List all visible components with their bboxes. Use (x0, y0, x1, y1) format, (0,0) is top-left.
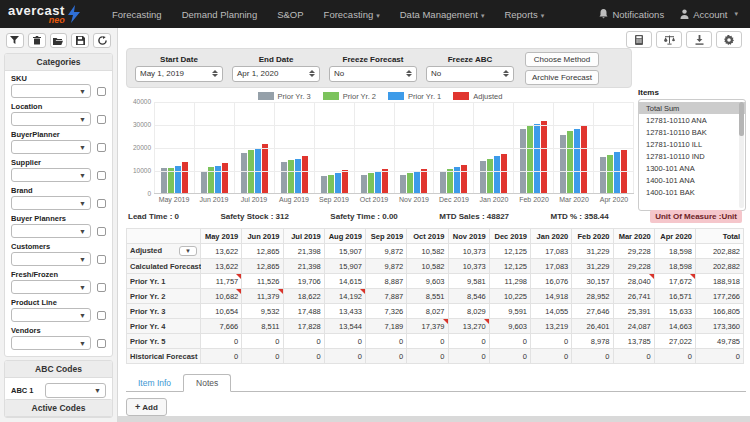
row-dropdown-button[interactable]: ▼ (179, 246, 197, 256)
open-button[interactable] (50, 33, 68, 48)
account-menu[interactable]: Account ▾ (680, 9, 738, 20)
cell[interactable]: 166,805 (696, 304, 744, 319)
cell[interactable]: 8,511 (242, 319, 283, 334)
cell[interactable]: 13,785 (613, 334, 654, 349)
cell[interactable]: 29,228 (613, 244, 654, 259)
cell[interactable]: 18,598 (654, 259, 695, 274)
product-line-checkbox[interactable] (97, 311, 106, 320)
nav-item-data-management[interactable]: Data Management▾ (400, 9, 485, 20)
cell[interactable]: 16,076 (531, 274, 572, 289)
cell[interactable]: 0 (242, 349, 283, 364)
cell[interactable]: 14,918 (531, 289, 572, 304)
cell[interactable]: 0 (489, 334, 530, 349)
cell[interactable]: 28,952 (572, 289, 613, 304)
notifications-button[interactable]: Notifications (599, 9, 664, 20)
cell[interactable]: 17,379 (407, 319, 448, 334)
buyer-planners-select[interactable]: ▼ (11, 224, 91, 238)
cell[interactable]: 0 (407, 334, 448, 349)
vendors-checkbox[interactable] (97, 339, 106, 348)
cell[interactable]: 19,706 (283, 274, 324, 289)
cell[interactable]: 30,157 (572, 274, 613, 289)
supplier-select[interactable]: ▼ (11, 168, 91, 182)
cell[interactable]: 8,546 (448, 289, 489, 304)
cell[interactable]: 24,087 (613, 319, 654, 334)
tab-notes[interactable]: Notes (183, 374, 231, 392)
cell[interactable]: 0 (531, 349, 572, 364)
item-row-1300-101-ana[interactable]: 1300-101 ANA (639, 162, 745, 174)
fresh-frozen-checkbox[interactable] (97, 283, 106, 292)
nav-item-s-op[interactable]: S&OP (277, 9, 303, 20)
cell[interactable]: 13,622 (201, 259, 242, 274)
cell[interactable]: 9,603 (489, 319, 530, 334)
cell[interactable]: 15,907 (324, 244, 365, 259)
choose-method-button[interactable]: Choose Method (525, 52, 599, 67)
cell[interactable]: 8,027 (407, 304, 448, 319)
cell[interactable]: 7,189 (366, 319, 407, 334)
cell[interactable]: 7,326 (366, 304, 407, 319)
freeze-forecast-select[interactable]: No (329, 66, 417, 82)
start-date-select[interactable]: May 1, 2019 (135, 66, 223, 82)
cell[interactable]: 0 (448, 349, 489, 364)
cell[interactable]: 11,379 (242, 289, 283, 304)
cell[interactable]: 0 (201, 349, 242, 364)
cell[interactable]: 17,083 (531, 244, 572, 259)
item-row-12781-10110-ill[interactable]: 12781-10110 ILL (639, 138, 745, 150)
item-row-12781-10110-ind[interactable]: 12781-10110 IND (639, 150, 745, 162)
cell[interactable]: 14,663 (654, 319, 695, 334)
cell[interactable]: 14,055 (531, 304, 572, 319)
cell[interactable]: 15,633 (654, 304, 695, 319)
cell[interactable]: 14,192 (324, 289, 365, 304)
cell[interactable]: 8,029 (448, 304, 489, 319)
sku-checkbox[interactable] (97, 87, 106, 96)
cell[interactable]: 0 (283, 334, 324, 349)
cell[interactable]: 0 (283, 349, 324, 364)
location-select[interactable]: ▼ (11, 112, 91, 126)
customers-select[interactable]: ▼ (11, 252, 91, 266)
cell[interactable]: 0 (572, 349, 613, 364)
cell[interactable]: 11,757 (201, 274, 242, 289)
cell[interactable]: 13,270 (448, 319, 489, 334)
cell[interactable]: 0 (324, 349, 365, 364)
cell[interactable]: 0 (407, 349, 448, 364)
cell[interactable]: 10,225 (489, 289, 530, 304)
compare-button[interactable] (656, 31, 682, 48)
cell[interactable]: 8,551 (407, 289, 448, 304)
cell[interactable]: 0 (531, 334, 572, 349)
brand-select[interactable]: ▼ (11, 196, 91, 210)
product-line-select[interactable]: ▼ (11, 308, 91, 322)
abc-1-select[interactable]: ▼ (45, 383, 106, 398)
cell[interactable]: 9,872 (366, 259, 407, 274)
cell[interactable]: 31,229 (572, 259, 613, 274)
calculator-button[interactable] (626, 31, 652, 48)
nav-item-forecasting[interactable]: Forecasting▾ (324, 9, 380, 20)
cell[interactable]: 10,582 (407, 244, 448, 259)
cell[interactable]: 27,022 (654, 334, 695, 349)
cell[interactable]: 27,646 (572, 304, 613, 319)
settings-button[interactable] (716, 31, 742, 48)
item-row-total-sum[interactable]: Total Sum (639, 102, 745, 114)
cell[interactable]: 18,598 (654, 244, 695, 259)
delete-button[interactable] (28, 33, 46, 48)
cell[interactable]: 0 (366, 334, 407, 349)
supplier-checkbox[interactable] (97, 171, 106, 180)
nav-item-reports[interactable]: Reports▾ (504, 9, 544, 20)
fresh-frozen-select[interactable]: ▼ (11, 280, 91, 294)
cell[interactable]: 13,433 (324, 304, 365, 319)
filter-button[interactable] (6, 33, 24, 48)
cell[interactable]: 11,526 (242, 274, 283, 289)
cell[interactable]: 10,373 (448, 259, 489, 274)
cell[interactable]: 0 (201, 334, 242, 349)
save-button[interactable] (71, 33, 89, 48)
end-date-select[interactable]: Apr 1, 2020 (232, 66, 320, 82)
cell[interactable]: 0 (489, 349, 530, 364)
customers-checkbox[interactable] (97, 255, 106, 264)
cell[interactable]: 188,918 (696, 274, 744, 289)
item-row-1400-101-bak[interactable]: 1400-101 BAK (639, 186, 745, 198)
cell[interactable]: 29,228 (613, 259, 654, 274)
cell[interactable]: 10,654 (201, 304, 242, 319)
cell[interactable]: 49,785 (696, 334, 744, 349)
cell[interactable]: 0 (324, 334, 365, 349)
cell[interactable]: 10,682 (201, 289, 242, 304)
buyer-planners-checkbox[interactable] (97, 227, 106, 236)
cell[interactable]: 12,865 (242, 244, 283, 259)
